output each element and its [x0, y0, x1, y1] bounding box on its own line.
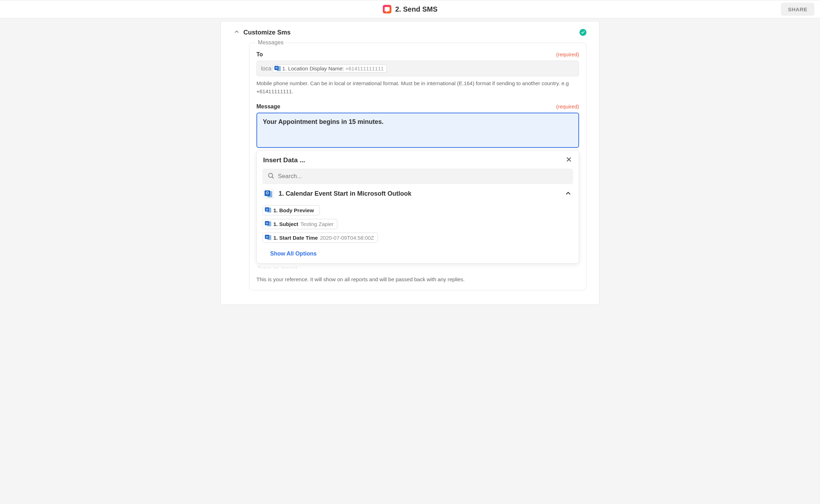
step-title-text: 2. Send SMS — [395, 5, 437, 13]
to-label: To — [256, 51, 263, 58]
to-token-value: +614111111111 — [345, 65, 384, 71]
search-icon — [267, 172, 274, 181]
message-required-label: (required) — [556, 103, 579, 109]
step-header-bar: 2. Send SMS SHARE — [0, 0, 820, 18]
fieldset-legend: Messages — [256, 39, 286, 46]
data-option-body-preview[interactable]: O 1. Body Preview — [262, 205, 320, 215]
data-options-list: O 1. Body Preview O 1. Subject Testing Z… — [262, 202, 573, 243]
insert-data-dropdown: Insert Data ... O 1. Calendar Event Sta — [256, 150, 579, 264]
option-value: Testing Zapier — [300, 221, 334, 227]
reference-help-text: This is your reference. It will show on … — [256, 276, 579, 282]
outlook-icon: O — [265, 207, 271, 213]
to-token-location[interactable]: O 1. Location Display Name: +61411111111… — [273, 64, 387, 73]
close-icon[interactable] — [565, 156, 572, 164]
hidden-field-placeholder: Type or Insert... — [256, 265, 579, 269]
to-token-label: 1. Location Display Name: — [282, 65, 344, 71]
svg-line-3 — [272, 177, 274, 178]
insert-data-header: Insert Data ... — [262, 156, 573, 169]
option-label: 1. Subject — [273, 221, 298, 227]
message-textarea[interactable]: Your Appointment begins in 15 minutes. — [256, 113, 579, 148]
option-label: 1. Start Date Time — [273, 235, 318, 241]
sms-app-icon — [383, 5, 392, 14]
message-value: Your Appointment begins in 15 minutes. — [263, 118, 384, 125]
step-title: 2. Send SMS — [383, 5, 437, 14]
outlook-icon: O — [265, 221, 271, 227]
show-all-options-link[interactable]: Show All Options — [270, 251, 317, 257]
outlook-icon: O — [265, 235, 271, 240]
section-title: Customize Sms — [243, 29, 291, 36]
to-typed-text: loca — [261, 65, 271, 72]
data-option-start-date-time[interactable]: O 1. Start Date Time 2020-07-09T04:58:00… — [262, 233, 378, 243]
outlook-icon: O — [274, 66, 281, 71]
option-value: 2020-07-09T04:58:00Z — [320, 235, 374, 241]
status-check-icon — [579, 29, 586, 36]
step-panel: Customize Sms Messages To (required) loc… — [220, 21, 600, 305]
to-input[interactable]: loca O 1. Location Display Name: +614111… — [256, 61, 579, 76]
messages-fieldset: Messages To (required) loca O 1. Locatio… — [249, 43, 586, 290]
chevron-up-icon — [234, 29, 240, 36]
data-source-title: 1. Calendar Event Start in Microsoft Out… — [279, 190, 411, 197]
insert-data-title: Insert Data ... — [263, 156, 305, 164]
chevron-up-icon — [565, 190, 572, 198]
to-field-row: To (required) — [256, 51, 579, 58]
message-field-row: Message (required) — [256, 103, 579, 110]
insert-data-search[interactable] — [262, 169, 573, 184]
option-label: 1. Body Preview — [273, 207, 314, 213]
outlook-icon: O — [263, 189, 274, 199]
message-label: Message — [256, 103, 280, 110]
data-source-row[interactable]: O 1. Calendar Event Start in Microsoft O… — [262, 184, 573, 202]
insert-data-search-input[interactable] — [278, 173, 568, 180]
share-button[interactable]: SHARE — [781, 3, 814, 16]
to-required-label: (required) — [556, 51, 579, 57]
data-option-subject[interactable]: O 1. Subject Testing Zapier — [262, 219, 337, 229]
to-help-text: Mobile phone number. Can be in local or … — [256, 79, 579, 96]
section-header[interactable]: Customize Sms — [234, 26, 586, 43]
